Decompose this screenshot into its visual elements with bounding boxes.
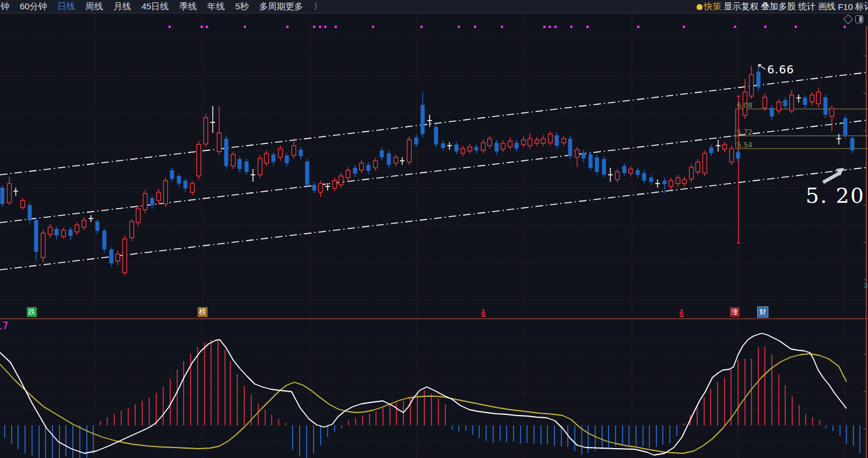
gray-trend-arrow: [823, 172, 841, 182]
signal-dot: [764, 26, 767, 28]
candle-up: [333, 181, 337, 188]
candle-up: [790, 95, 794, 111]
signal-dot: [570, 26, 572, 28]
candle-down: [434, 127, 438, 145]
event-badge-榜[interactable]: 榜: [198, 307, 208, 317]
candle-up: [41, 233, 45, 258]
candle-up: [265, 153, 269, 163]
candle-up: [164, 181, 168, 204]
menu-item-1[interactable]: 钟: [1, 1, 9, 11]
signal-dot: [734, 26, 736, 28]
signal-dot: [206, 26, 208, 28]
signal-dot: [372, 26, 374, 28]
candle-up: [750, 75, 754, 96]
signal-dot: [637, 26, 639, 28]
menu-item-5[interactable]: 月线: [114, 1, 131, 11]
tool-menu-item-7[interactable]: 标记: [855, 1, 868, 12]
candle-down: [414, 138, 419, 145]
signal-dot: [543, 26, 546, 28]
signal-dot: [420, 26, 423, 28]
price-level-label: 5.54: [737, 141, 753, 149]
candle-down: [582, 153, 586, 158]
candle-up: [482, 143, 486, 150]
candle-up: [82, 220, 86, 227]
tool-menu-item-3[interactable]: 叠加多股: [761, 1, 796, 12]
candle-down: [663, 181, 667, 184]
candle-up: [669, 181, 673, 186]
candle-up: [143, 193, 147, 210]
candle-up: [21, 200, 25, 207]
indicator-value: 17: [0, 320, 9, 332]
candle-up: [374, 161, 378, 168]
candle-down: [757, 72, 761, 87]
event-badge-跌[interactable]: 跌: [27, 307, 37, 317]
event-badge-涨[interactable]: 涨: [730, 307, 740, 317]
candle-down: [555, 135, 559, 146]
candle-down: [170, 170, 174, 179]
exright-marker-icon[interactable]: ▲S: [677, 308, 686, 317]
event-badge-财[interactable]: 财: [758, 307, 768, 317]
candle-up: [130, 221, 134, 238]
candle-down: [177, 176, 181, 184]
candle-up: [468, 147, 472, 151]
candle-down: [602, 159, 606, 175]
period-menubar: 钟60分钟日线周线月线45日线季线年线5秒多周期更多〉 快策显示复权叠加多股统计…: [0, 0, 868, 13]
signal-dot: [549, 26, 551, 28]
split-panel-icon[interactable]: [855, 15, 863, 23]
candle-down: [299, 150, 303, 156]
right-axis-digit: 3: [864, 282, 867, 289]
menu-item-3[interactable]: 日线: [58, 1, 75, 11]
candle-up: [217, 133, 222, 152]
menu-item-7[interactable]: 季线: [179, 1, 196, 11]
big-price-annotation: 5. 20: [806, 184, 865, 207]
peak-annotation-arrow: [758, 65, 765, 69]
candle-up: [136, 209, 140, 223]
candle-down: [380, 150, 384, 157]
lamp-icon: [697, 4, 702, 10]
menu-item-11[interactable]: 〉: [314, 1, 322, 11]
tool-menu-item-2[interactable]: 显示复权: [723, 1, 758, 12]
candle-up: [528, 139, 532, 146]
candle-down: [568, 139, 572, 156]
candle-down: [455, 145, 459, 152]
candle-down: [367, 165, 371, 171]
menu-item-4[interactable]: 周线: [86, 1, 103, 11]
tool-menu-item-4[interactable]: 统计: [798, 1, 816, 12]
diamond-icon[interactable]: [844, 15, 853, 24]
signal-dot: [458, 26, 460, 28]
exright-marker-icon[interactable]: ▲S: [479, 308, 487, 317]
candle-up: [763, 97, 767, 108]
candle-down: [642, 173, 646, 181]
candle-up: [501, 143, 505, 149]
kline-macd-chart[interactable]: [0, 0, 868, 458]
candle-up: [817, 92, 821, 104]
candle-up: [258, 158, 262, 175]
candle-up: [123, 239, 127, 273]
candle-down: [55, 229, 59, 235]
candle-up: [346, 170, 350, 178]
tool-menu-item-6[interactable]: F10: [838, 2, 853, 12]
menu-item-10[interactable]: 多周期更多: [259, 1, 303, 11]
candle-down: [28, 205, 32, 220]
tool-menu-item-5[interactable]: 画线: [818, 1, 835, 12]
candle-down: [589, 154, 593, 168]
candle-up: [676, 178, 680, 184]
menu-item-8[interactable]: 年线: [207, 1, 224, 11]
candle-down: [709, 147, 714, 153]
candle-down: [803, 98, 807, 105]
menu-item-6[interactable]: 45日线: [142, 1, 169, 11]
candle-down: [851, 138, 855, 150]
candle-up: [360, 163, 364, 170]
candle-down: [34, 220, 38, 252]
signal-dot: [319, 26, 321, 28]
tool-menu-items: 快策显示复权叠加多股统计画线F10标记: [695, 0, 868, 13]
candle-down: [421, 105, 425, 134]
signal-dot: [474, 26, 476, 28]
candle-up: [204, 118, 208, 144]
menu-item-9[interactable]: 5秒: [235, 1, 248, 11]
menu-item-2[interactable]: 60分钟: [20, 1, 47, 11]
candle-down: [224, 139, 229, 166]
tool-menu-item-1[interactable]: 快策: [697, 1, 721, 12]
signal-dot: [201, 26, 203, 28]
candle-up: [703, 153, 707, 173]
